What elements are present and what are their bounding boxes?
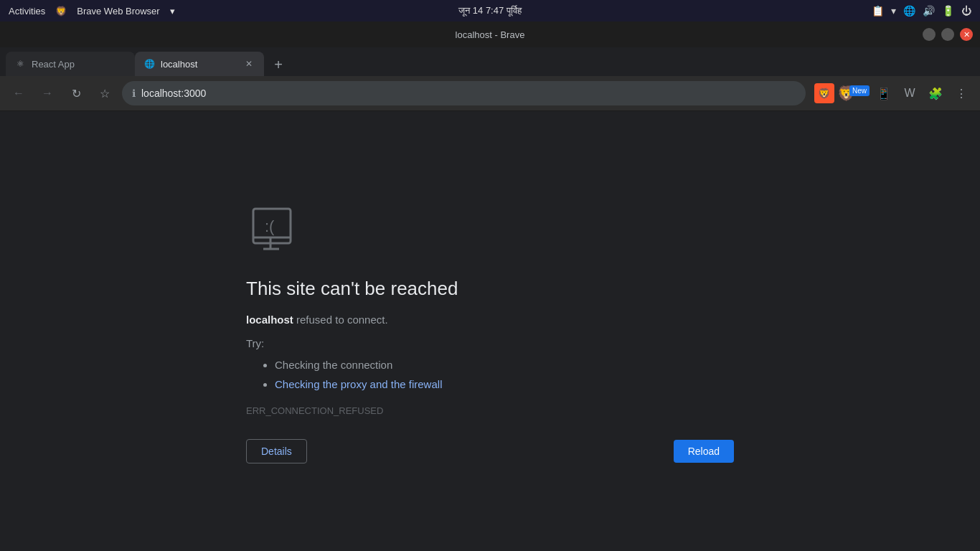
network-icon[interactable]: 🌐 xyxy=(903,5,915,17)
address-text: localhost:3000 xyxy=(141,88,796,99)
title-bar: localhost - Brave ─ □ ✕ xyxy=(0,22,980,47)
word-extension-button[interactable]: W xyxy=(898,82,921,105)
mobile-view-button[interactable]: 📱 xyxy=(872,82,895,105)
reload-button[interactable]: ↻ xyxy=(65,82,88,105)
forward-button[interactable]: → xyxy=(36,82,59,105)
bookmark-button[interactable]: ☆ xyxy=(93,82,116,105)
tab-bar: ⚛ React App 🌐 localhost ✕ + xyxy=(0,47,980,76)
close-button[interactable]: ✕ xyxy=(960,28,973,41)
suggestion-2[interactable]: Checking the proxy and the firewall xyxy=(275,375,734,394)
os-datetime: जून 14 7:47 पूर्विह xyxy=(458,5,522,16)
error-code: ERR_CONNECTION_REFUSED xyxy=(246,405,734,416)
error-title: This site can't be reached xyxy=(246,278,734,300)
wifi-icon[interactable]: ▾ xyxy=(891,5,896,17)
tab-react-app[interactable]: ⚛ React App xyxy=(6,52,135,76)
reload-page-button[interactable]: Reload xyxy=(674,440,734,463)
react-app-favicon: ⚛ xyxy=(14,58,26,70)
new-tab-button[interactable]: + xyxy=(267,53,290,76)
address-bar[interactable]: ℹ localhost:3000 xyxy=(122,81,806,105)
react-app-tab-label: React App xyxy=(32,59,126,70)
tab-localhost[interactable]: 🌐 localhost ✕ xyxy=(135,52,264,76)
power-icon[interactable]: ⏻ xyxy=(961,5,971,17)
svg-text::(: :( xyxy=(265,217,275,235)
window-title: localhost - Brave xyxy=(456,29,525,40)
clipboard-icon[interactable]: 📋 xyxy=(872,5,884,17)
proxy-firewall-link[interactable]: Checking the proxy and the firewall xyxy=(275,378,442,390)
details-button[interactable]: Details xyxy=(246,439,307,463)
error-subtitle: localhost refused to connect. xyxy=(246,311,734,329)
suggestion-1-text: Checking the connection xyxy=(275,359,392,371)
brave-shield-button[interactable]: 🦁 xyxy=(814,83,834,103)
back-button[interactable]: ← xyxy=(7,82,30,105)
brave-icon: 🦁 xyxy=(55,6,67,17)
try-label: Try: xyxy=(246,337,734,349)
brave-menu-button[interactable]: ⋮ xyxy=(950,82,973,105)
brave-new-feature[interactable]: 🦁 New xyxy=(837,85,870,102)
battery-icon[interactable]: 🔋 xyxy=(942,5,954,17)
new-badge: New xyxy=(849,85,870,96)
minimize-button[interactable]: ─ xyxy=(923,28,936,41)
localhost-favicon: 🌐 xyxy=(143,58,155,70)
extensions-button[interactable]: 🧩 xyxy=(924,82,947,105)
localhost-tab-label: localhost xyxy=(161,59,237,70)
activities-label[interactable]: Activities xyxy=(9,6,45,17)
error-container: :( This site can't be reached localhost … xyxy=(246,171,734,492)
info-icon: ℹ xyxy=(132,88,136,99)
nav-bar: ← → ↻ ☆ ℹ localhost:3000 🦁 🦁 New 📱 W 🧩 ⋮ xyxy=(0,76,980,110)
error-subtitle-rest: refused to connect. xyxy=(293,314,388,326)
button-row: Details Reload xyxy=(246,439,734,463)
maximize-button[interactable]: □ xyxy=(941,28,954,41)
error-host: localhost xyxy=(246,314,293,326)
no-connection-svg: :( xyxy=(246,200,303,258)
volume-icon[interactable]: 🔊 xyxy=(923,5,935,17)
extensions-area: 🦁 🦁 New 📱 W 🧩 ⋮ xyxy=(814,82,973,105)
error-icon: :( xyxy=(246,200,734,260)
chevron-down-icon: ▾ xyxy=(170,6,175,17)
browser-name-label[interactable]: Brave Web Browser xyxy=(77,6,159,17)
os-topbar: Activities 🦁 Brave Web Browser ▾ जून 14 … xyxy=(0,0,980,22)
browser-chrome: localhost - Brave ─ □ ✕ ⚛ React App 🌐 lo… xyxy=(0,22,980,111)
suggestions-list: Checking the connection Checking the pro… xyxy=(246,355,734,394)
suggestion-1: Checking the connection xyxy=(275,355,734,375)
tab-close-button[interactable]: ✕ xyxy=(242,57,255,70)
page-content: :( This site can't be reached localhost … xyxy=(0,111,980,551)
